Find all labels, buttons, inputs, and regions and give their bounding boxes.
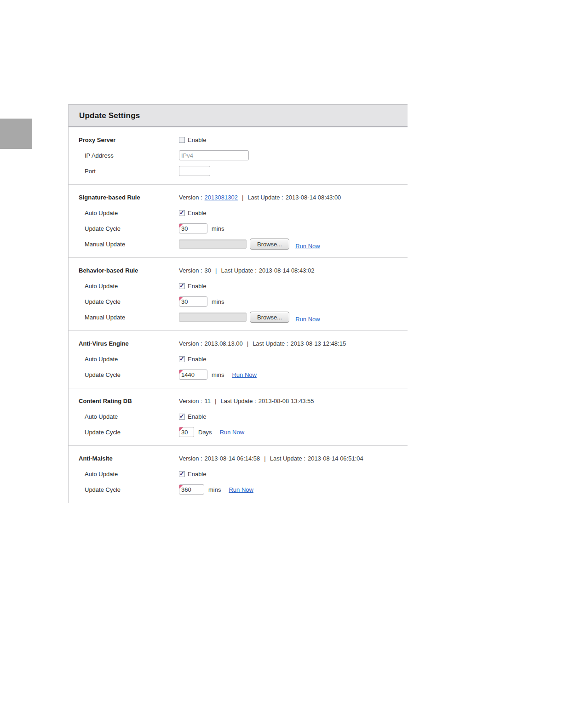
signature-version-row: Signature-based Rule Version : 201308130… — [69, 189, 408, 205]
content-rating-auto-update-checkbox[interactable] — [179, 414, 185, 420]
anti-malsite-update-cycle-row: Update Cycle mins Run Now — [69, 482, 408, 497]
behavior-manual-update-path-input[interactable] — [179, 313, 247, 322]
version-label: Version : — [179, 194, 202, 201]
checkbox-label: Enable — [188, 136, 206, 143]
page: Update Settings Proxy Server Enable IP A… — [0, 0, 563, 728]
update-cycle-label: Update Cycle — [69, 298, 179, 305]
last-update-label: Last Update : — [220, 398, 256, 404]
proxy-enable-row: Proxy Server Enable — [69, 132, 408, 148]
antivirus-auto-update-checkbox[interactable] — [179, 356, 185, 362]
behavior-version-value: 30 — [205, 267, 211, 274]
antivirus-update-cycle-row: Update Cycle mins Run Now — [69, 367, 408, 382]
anti-malsite-auto-update-checkbox[interactable] — [179, 471, 185, 477]
update-cycle-label: Update Cycle — [69, 225, 179, 232]
signature-manual-update-path-input[interactable] — [179, 239, 247, 249]
signature-run-now-link[interactable]: Run Now — [295, 243, 320, 250]
ip-address-input[interactable] — [179, 150, 249, 160]
required-marker-icon — [179, 370, 183, 374]
behavior-update-cycle-input[interactable] — [179, 296, 207, 307]
auto-update-label: Auto Update — [69, 210, 179, 216]
section-behavior-based-rule: Behavior-based Rule Version : 30 | Last … — [69, 258, 408, 331]
separator: | — [215, 267, 217, 274]
anti-malsite-version-value: 2013-08-14 06:14:58 — [205, 455, 260, 462]
signature-update-cycle-row: Update Cycle mins — [69, 221, 408, 236]
signature-browse-button[interactable]: Browse... — [250, 239, 289, 250]
antivirus-update-cycle-input[interactable] — [179, 370, 207, 380]
signature-last-update-value: 2013-08-14 08:43:00 — [286, 194, 341, 201]
content-rating-version-value: 11 — [205, 398, 211, 404]
checkbox-label: Enable — [188, 210, 206, 216]
proxy-ip-row: IP Address — [69, 148, 408, 163]
separator: | — [264, 455, 265, 462]
anti-malsite-last-update-value: 2013-08-14 06:51:04 — [308, 455, 363, 462]
anti-malsite-run-now-link[interactable]: Run Now — [229, 486, 253, 493]
anti-malsite-version-row: Anti-Malsite Version : 2013-08-14 06:14:… — [69, 450, 408, 466]
checkbox-label: Enable — [188, 413, 206, 420]
behavior-browse-button[interactable]: Browse... — [250, 312, 289, 323]
behavior-manual-update-row: Manual Update Browse... Run Now — [69, 309, 408, 325]
antivirus-run-now-link[interactable]: Run Now — [232, 371, 256, 378]
section-content-rating-db: Content Rating DB Version : 11 | Last Up… — [69, 388, 408, 446]
last-update-label: Last Update : — [247, 194, 283, 201]
checkbox-label: Enable — [188, 283, 206, 290]
update-settings-panel: Update Settings Proxy Server Enable IP A… — [68, 104, 408, 503]
version-label: Version : — [179, 267, 202, 274]
page-title: Update Settings — [79, 111, 140, 120]
proxy-enable-checkbox[interactable] — [179, 137, 185, 143]
unit-label: mins — [208, 486, 221, 493]
version-label: Version : — [179, 398, 202, 404]
section-signature-based-rule: Signature-based Rule Version : 201308130… — [69, 185, 408, 258]
last-update-label: Last Update : — [221, 267, 256, 274]
signature-manual-update-row: Manual Update Browse... Run Now — [69, 236, 408, 252]
section-title-behavior: Behavior-based Rule — [69, 267, 179, 274]
behavior-auto-update-row: Auto Update Enable — [69, 278, 408, 294]
unit-label: mins — [212, 371, 224, 378]
required-marker-icon — [179, 485, 183, 489]
signature-update-cycle-input[interactable] — [179, 223, 207, 233]
section-title-signature: Signature-based Rule — [69, 194, 179, 201]
update-cycle-label: Update Cycle — [69, 486, 179, 493]
proxy-port-row: Port — [69, 163, 408, 179]
section-title-content-rating: Content Rating DB — [69, 398, 179, 404]
content-rating-last-update-value: 2013-08-08 13:43:55 — [259, 398, 314, 404]
antivirus-version-value: 2013.08.13.00 — [205, 340, 243, 347]
version-label: Version : — [179, 455, 202, 462]
behavior-version-row: Behavior-based Rule Version : 30 | Last … — [69, 262, 408, 278]
required-marker-icon — [179, 427, 183, 431]
section-title-antivirus: Anti-Virus Engine — [69, 340, 179, 347]
content-rating-auto-update-row: Auto Update Enable — [69, 409, 408, 424]
section-anti-malsite: Anti-Malsite Version : 2013-08-14 06:14:… — [69, 446, 408, 503]
behavior-auto-update-checkbox[interactable] — [179, 283, 185, 289]
page-margin-marker — [0, 119, 32, 149]
required-marker-icon — [179, 297, 183, 301]
manual-update-label: Manual Update — [69, 314, 179, 321]
anti-malsite-auto-update-row: Auto Update Enable — [69, 466, 408, 482]
port-input[interactable] — [179, 166, 210, 176]
auto-update-label: Auto Update — [69, 413, 179, 420]
unit-label: mins — [212, 225, 224, 232]
unit-label: mins — [212, 298, 224, 305]
behavior-run-now-link[interactable]: Run Now — [295, 316, 320, 323]
section-proxy-server: Proxy Server Enable IP Address Port — [69, 127, 408, 185]
unit-label: Days — [198, 429, 212, 436]
section-title-proxy: Proxy Server — [69, 136, 179, 143]
separator: | — [247, 340, 248, 347]
auto-update-label: Auto Update — [69, 471, 179, 478]
behavior-update-cycle-row: Update Cycle mins — [69, 294, 408, 309]
last-update-label: Last Update : — [270, 455, 305, 462]
panel-header: Update Settings — [69, 104, 408, 127]
antivirus-version-row: Anti-Virus Engine Version : 2013.08.13.0… — [69, 336, 408, 351]
signature-version-link[interactable]: 2013081302 — [205, 194, 238, 201]
content-rating-run-now-link[interactable]: Run Now — [220, 429, 244, 436]
separator: | — [215, 398, 216, 404]
auto-update-label: Auto Update — [69, 356, 179, 363]
signature-auto-update-checkbox[interactable] — [179, 210, 185, 216]
checkbox-label: Enable — [188, 471, 206, 478]
section-title-anti-malsite: Anti-Malsite — [69, 455, 179, 462]
antivirus-last-update-value: 2013-08-13 12:48:15 — [290, 340, 346, 347]
signature-auto-update-row: Auto Update Enable — [69, 205, 408, 221]
checkbox-label: Enable — [188, 356, 206, 363]
section-anti-virus-engine: Anti-Virus Engine Version : 2013.08.13.0… — [69, 331, 408, 388]
update-cycle-label: Update Cycle — [69, 371, 179, 378]
version-label: Version : — [179, 340, 202, 347]
